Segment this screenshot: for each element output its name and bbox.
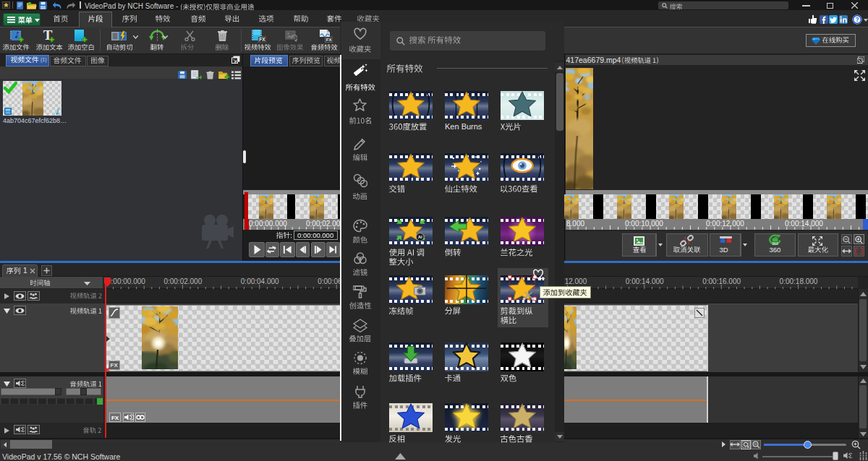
- svg-text:360: 360: [772, 241, 778, 246]
- svg-text:FX: FX: [111, 415, 119, 421]
- svg-text:AI: AI: [418, 235, 422, 239]
- svg-text:?: ?: [855, 16, 859, 23]
- svg-text:FX: FX: [259, 37, 265, 42]
- svg-text:FX: FX: [326, 37, 333, 42]
